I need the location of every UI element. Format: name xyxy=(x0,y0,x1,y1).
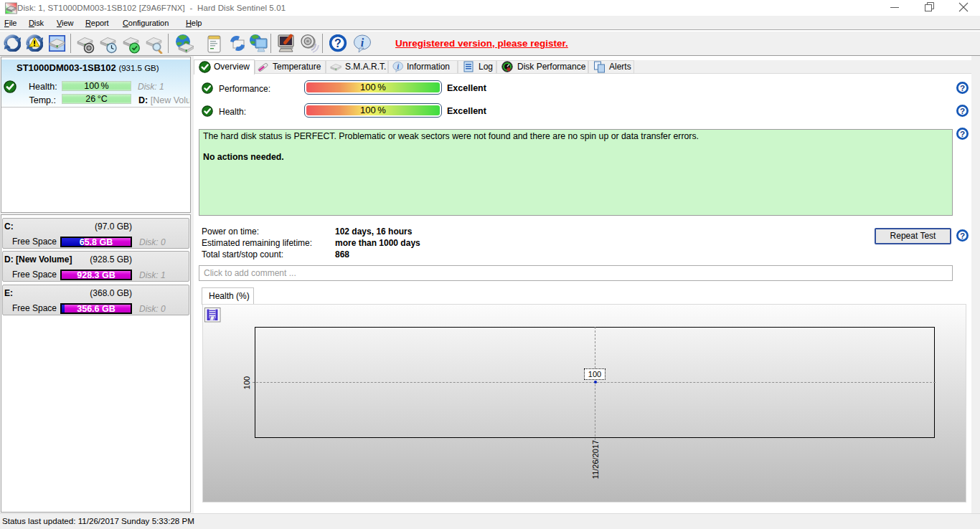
svg-text:?: ? xyxy=(334,37,341,49)
svg-text:i: i xyxy=(361,37,364,49)
svg-text:i: i xyxy=(397,63,399,70)
